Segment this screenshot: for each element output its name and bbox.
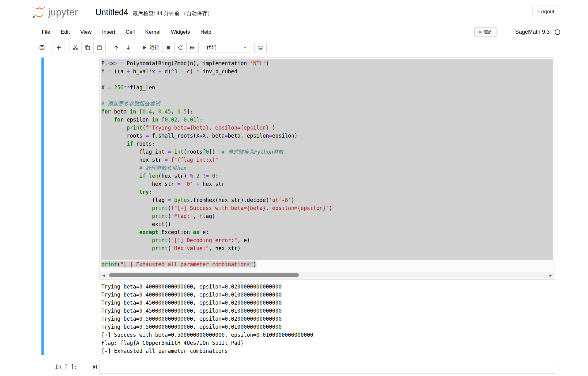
code-line[interactable]: print("[-] Exhausted all parameter combi… <box>101 260 553 268</box>
menu-bar: FileEditViewInsertCellKernelWidgetsHelp … <box>0 25 588 39</box>
code-line[interactable]: for beta in [0.4, 0.45, 0.5]: <box>101 108 553 116</box>
command-palette-button[interactable] <box>254 42 267 53</box>
scissors-icon <box>73 45 78 50</box>
checkpoint-status: 最后检查: 44 分钟前 （自动保存） <box>133 10 213 17</box>
move-cell-down-button[interactable] <box>122 42 134 53</box>
cell-type-select[interactable]: 代码 ▼ <box>203 42 250 53</box>
arrow-down-icon <box>125 45 131 50</box>
header: jupyter Untitled4 最后检查: 44 分钟前 （自动保存） Lo… <box>0 0 588 25</box>
code-line[interactable] <box>101 92 553 100</box>
run-button-label: 运行 <box>150 44 159 51</box>
copy-icon <box>85 45 90 50</box>
menu-item-edit[interactable]: Edit <box>55 29 75 35</box>
menu-item-help[interactable]: Help <box>195 29 217 35</box>
output-line: Trying beta=0.450000000000000, epsilon=0… <box>101 299 555 307</box>
menu-item-kernel[interactable]: Kernel <box>140 29 166 35</box>
menu-item-widgets[interactable]: Widgets <box>166 29 195 35</box>
code-line[interactable]: print("[!] Decoding error:", e) <box>101 236 553 244</box>
code-line[interactable]: if roots: <box>101 140 553 148</box>
horizontal-scrollbar[interactable]: ◀ ▶ <box>100 272 554 278</box>
code-line[interactable]: # 添加更多参数组合尝试 <box>101 100 553 108</box>
code-line[interactable]: roots = f.small_roots(X=X, beta=beta, ep… <box>101 132 553 140</box>
notebook-area: P.<x> = PolynomialRing(Zmod(n), implemen… <box>0 56 588 374</box>
kernel-name: SageMath 9.3 <box>515 29 550 35</box>
fast-forward-icon <box>190 45 195 50</box>
code-line[interactable]: X = 256**flag_len <box>101 83 553 92</box>
code-line[interactable] <box>101 252 553 260</box>
code-line[interactable]: print(f"[+] Success with beta={beta}, ep… <box>101 204 553 212</box>
play-icon <box>142 45 147 50</box>
arrow-up-icon <box>113 45 119 50</box>
scroll-track[interactable] <box>107 272 548 278</box>
menu-divider <box>510 28 510 36</box>
code-line[interactable]: P.<x> = PolynomialRing(Zmod(n), implemen… <box>101 59 553 67</box>
restart-run-all-button[interactable] <box>186 42 199 53</box>
scroll-thumb[interactable] <box>109 273 299 277</box>
jupyter-logo[interactable]: jupyter <box>32 6 78 19</box>
output-line: Trying beta=0.400000000000000, epsilon=0… <box>101 291 555 299</box>
output-line: [-] Exhausted all parameter combinations <box>101 347 555 355</box>
code-line[interactable]: print(f"Trying beta={beta}, epsilon={eps… <box>101 124 553 132</box>
code-line[interactable]: if len(hex_str) % 2 != 0: <box>101 172 553 180</box>
save-icon <box>39 45 45 50</box>
code-line[interactable]: print("Hex value:", hex_str) <box>101 244 553 252</box>
menu-item-cell[interactable]: Cell <box>121 29 140 35</box>
code-line[interactable] <box>101 75 553 83</box>
notebook-title[interactable]: Untitled4 <box>95 8 129 17</box>
menu-items: FileEditViewInsertCellKernelWidgetsHelp <box>36 29 217 35</box>
code-line[interactable]: # 处理奇数长度hex <box>101 164 553 172</box>
code-line[interactable]: print("Flag:", flag) <box>101 212 553 220</box>
empty-code-cell[interactable]: In [ ]: <box>41 360 555 374</box>
menu-item-file[interactable]: File <box>36 29 55 35</box>
logout-button[interactable]: Logout <box>532 6 560 18</box>
cell-type-value: 代码 <box>206 44 216 51</box>
cell-output: Trying beta=0.400000000000000, epsilon=0… <box>99 283 555 355</box>
plus-icon <box>56 45 61 50</box>
step-forward-icon <box>93 365 97 369</box>
input-prompt-label: In [ ]: <box>55 364 77 370</box>
output-prompt <box>44 283 99 355</box>
code-line[interactable]: hex_str = f"{flag_int:x}" <box>101 156 553 164</box>
output-line: Trying beta=0.450000000000000, epsilon=0… <box>101 307 555 315</box>
interrupt-kernel-button[interactable] <box>162 42 175 53</box>
code-line[interactable]: f = ((a + b_val*x + d)^3 - c) * inv_b_cu… <box>101 67 553 75</box>
add-cell-button[interactable] <box>53 42 65 53</box>
run-button[interactable]: 运行 <box>139 42 163 53</box>
selected-code-cell[interactable]: P.<x> = PolynomialRing(Zmod(n), implemen… <box>41 58 555 355</box>
copy-cells-button[interactable] <box>81 42 94 53</box>
keyboard-icon <box>258 45 263 50</box>
output-line: [+] Success with beta=0.500000000000000,… <box>101 331 555 339</box>
paste-cells-button[interactable] <box>93 42 106 53</box>
input-prompt <box>44 58 99 280</box>
logo-wordmark: jupyter <box>48 7 78 18</box>
caret-down-icon: ▼ <box>243 46 247 49</box>
paste-icon <box>97 45 102 50</box>
jupyter-logo-icon <box>32 6 46 19</box>
code-line[interactable]: for epsilon in [0.02, 0.01]: <box>101 116 553 124</box>
save-button[interactable] <box>36 42 48 53</box>
output-line: Trying beta=0.500000000000000, epsilon=0… <box>101 323 555 331</box>
restart-kernel-button[interactable] <box>174 42 187 53</box>
code-line[interactable]: exit() <box>101 220 553 228</box>
code-line[interactable]: flag_int = int(roots[0]) # 显式转换为Python整数 <box>101 148 553 156</box>
kernel-idle-icon <box>555 29 560 35</box>
toolbar: 运行 代码 ▼ <box>0 39 588 56</box>
scroll-right-icon[interactable]: ▶ <box>548 272 554 278</box>
menu-item-view[interactable]: View <box>75 29 97 35</box>
restart-icon <box>178 45 183 50</box>
code-line[interactable]: except Exception as e: <box>101 228 553 236</box>
code-line[interactable]: hex_str = '0' + hex_str <box>101 180 553 188</box>
output-line: Flag: flag{A_C0pper5mi1tH_4Ues7iOn_Sp1It… <box>101 339 555 347</box>
code-line[interactable]: try: <box>101 188 553 196</box>
move-cell-up-button[interactable] <box>110 42 122 53</box>
empty-cell-input[interactable] <box>99 360 555 374</box>
code-editor[interactable]: P.<x> = PolynomialRing(Zmod(n), implemen… <box>99 58 555 280</box>
scroll-left-icon[interactable]: ◀ <box>100 272 107 278</box>
output-line: Trying beta=0.500000000000000, epsilon=0… <box>101 315 555 323</box>
code-lines[interactable]: P.<x> = PolynomialRing(Zmod(n), implemen… <box>99 58 555 269</box>
menu-item-insert[interactable]: Insert <box>97 29 121 35</box>
trusted-button[interactable]: 可信的 <box>474 27 497 37</box>
code-line[interactable]: flag = bytes.fromhex(hex_str).decode('ut… <box>101 196 553 204</box>
output-line: Trying beta=0.400000000000000, epsilon=0… <box>101 283 555 291</box>
cut-cells-button[interactable] <box>69 42 82 53</box>
